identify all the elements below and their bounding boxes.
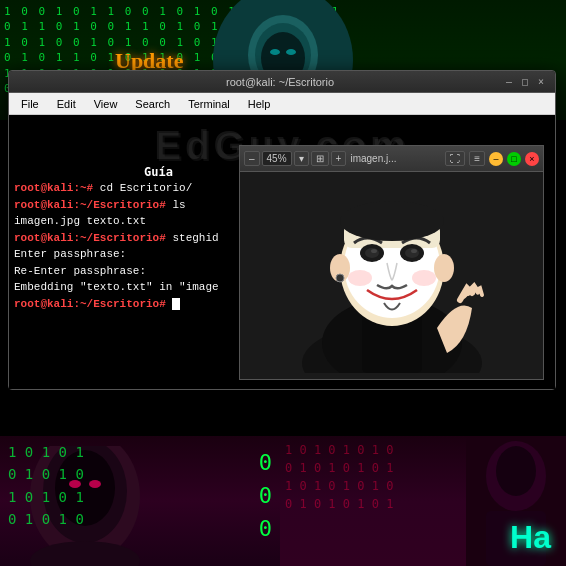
zoom-in-button[interactable]: +: [331, 151, 347, 166]
svg-point-23: [412, 270, 436, 286]
zoom-value: 45%: [262, 151, 292, 166]
prompt-1: root@kali:~#: [14, 182, 100, 194]
window-title: root@kali: ~/Escritorio: [57, 76, 503, 88]
zoom-dropdown[interactable]: ▾: [294, 151, 309, 166]
output-3: Re-Enter passphrase:: [14, 265, 146, 277]
zero-2: 0: [259, 483, 272, 508]
anonymous-figure-svg: [272, 178, 512, 373]
svg-point-32: [89, 480, 101, 488]
svg-point-27: [336, 274, 344, 282]
zoom-out-button[interactable]: –: [244, 151, 260, 166]
image-display: [240, 172, 543, 379]
cursor: [172, 298, 180, 310]
cmd-1: cd Escritorio/: [100, 182, 192, 194]
svg-point-5: [286, 49, 296, 55]
svg-point-20: [371, 249, 377, 253]
bottom-right: 1 0 1 0 1 0 1 0 0 1 0 1 0 1 0 1 1 0 1 0 …: [280, 436, 566, 566]
bottom-matrix-left: 1 0 1 0 1 0 1 0 1 0 1 0 1 0 1 0 1 0 1 0: [8, 441, 84, 531]
output-2: Enter passphrase:: [14, 248, 126, 260]
cmd-2: ls: [172, 199, 185, 211]
bottom-right-matrix: 1 0 1 0 1 0 1 0 0 1 0 1 0 1 0 1 1 0 1 0 …: [285, 441, 393, 513]
menu-search[interactable]: Search: [127, 96, 178, 112]
svg-point-18: [365, 248, 379, 258]
fullscreen-button[interactable]: ⛶: [445, 151, 465, 166]
image-viewer: – 45% ▾ ⊞ + imagen.j... ⛶ ≡ – □ ×: [239, 145, 544, 380]
menu-edit[interactable]: Edit: [49, 96, 84, 112]
zero-3: 0: [259, 516, 272, 541]
zoom-controls: – 45% ▾ ⊞ +: [244, 151, 346, 166]
menubar: File Edit View Search Terminal Help: [9, 93, 555, 115]
bottom-left: 1 0 1 0 1 0 1 0 1 0 1 0 1 0 1 0 1 0 1 0 …: [0, 436, 280, 566]
svg-point-36: [496, 446, 536, 496]
window-controls: – □ ×: [503, 76, 547, 88]
svg-point-26: [434, 254, 454, 282]
window-body: EdGuy.com Guía root@kali:~# cd Escritori…: [9, 115, 555, 389]
menu-file[interactable]: File: [13, 96, 47, 112]
bottom-left-zeros: 0 0 0: [259, 446, 272, 545]
terminal-window: root@kali: ~/Escritorio – □ × File Edit …: [8, 70, 556, 390]
hack-text: Ha: [510, 519, 551, 556]
menu-view[interactable]: View: [86, 96, 126, 112]
menu-terminal[interactable]: Terminal: [180, 96, 238, 112]
viewer-maximize[interactable]: □: [507, 152, 521, 166]
terminal-background: EdGuy.com Guía root@kali:~# cd Escritori…: [9, 115, 555, 389]
zero-1: 0: [259, 450, 272, 475]
guia-label: Guía: [144, 165, 173, 179]
maximize-button[interactable]: □: [519, 76, 531, 88]
viewer-close[interactable]: ×: [525, 152, 539, 166]
svg-point-4: [270, 49, 280, 55]
prompt-2: root@kali:~/Escritorio#: [14, 199, 172, 211]
svg-point-19: [405, 248, 419, 258]
prompt-3: root@kali:~/Escritorio#: [14, 232, 172, 244]
svg-point-21: [411, 249, 417, 253]
image-viewer-toolbar: – 45% ▾ ⊞ + imagen.j... ⛶ ≡ – □ ×: [240, 146, 543, 172]
minimize-button[interactable]: –: [503, 76, 515, 88]
svg-point-22: [348, 270, 372, 286]
svg-point-33: [30, 541, 140, 566]
svg-point-24: [340, 201, 444, 241]
viewer-minimize[interactable]: –: [489, 152, 503, 166]
fit-button[interactable]: ⊞: [311, 151, 329, 166]
bottom-strip: 1 0 1 0 1 0 1 0 1 0 1 0 1 0 1 0 1 0 1 0 …: [0, 436, 566, 566]
menu-help[interactable]: Help: [240, 96, 279, 112]
prompt-last: root@kali:~/Escritorio#: [14, 298, 172, 310]
cmd-3: steghid: [172, 232, 218, 244]
close-button[interactable]: ×: [535, 76, 547, 88]
output-4: Embedding "texto.txt" in "image: [14, 281, 219, 293]
image-filename: imagen.j...: [350, 153, 441, 164]
window-titlebar: root@kali: ~/Escritorio – □ ×: [9, 71, 555, 93]
output-1: imagen.jpg texto.txt: [14, 215, 146, 227]
menu-button[interactable]: ≡: [469, 151, 485, 166]
